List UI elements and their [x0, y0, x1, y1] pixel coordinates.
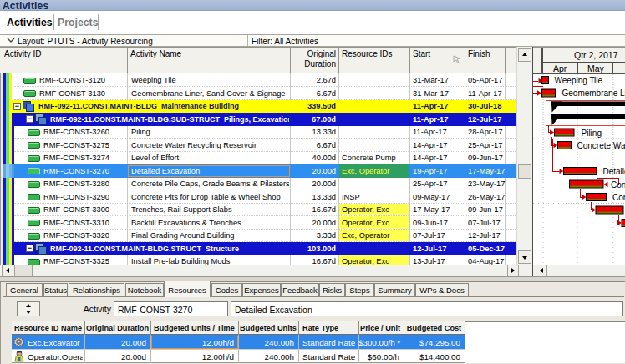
svg-text:Weeping Tile: Weeping Tile: [555, 76, 603, 85]
svg-text:Concrete Water Recycli: Concrete Water Recycli: [577, 141, 625, 150]
svg-text:Concrete Pile Caps: Concrete Pile Caps: [611, 180, 625, 190]
svg-text:Concrete Pits: Concrete Pits: [612, 193, 625, 202]
svg-text:Piling: Piling: [582, 129, 602, 138]
svg-text:Geomembrane Liner, San: Geomembrane Liner, San: [562, 88, 625, 98]
svg-text:Detailed Excavation: Detailed Excavation: [603, 167, 625, 176]
